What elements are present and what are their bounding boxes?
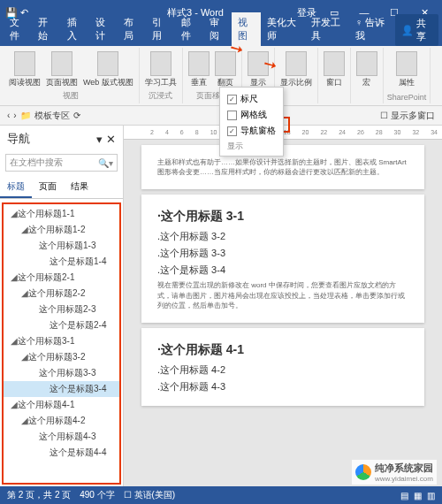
outline-item[interactable]: ◢这个用标题4-1 [4, 397, 119, 413]
nav-tab[interactable]: 页面 [32, 177, 64, 198]
nav-title: 导航 [7, 131, 30, 147]
ribbon-button[interactable]: 显示 [246, 50, 271, 90]
outline-item[interactable]: ◢这个用标题2-1 [4, 270, 119, 286]
search-icon: 🔍▾ [98, 158, 113, 168]
outline-item[interactable]: 这个是标题1-4 [4, 254, 119, 270]
outline-item[interactable]: 这个用标题4-3 [4, 429, 119, 445]
status-page[interactable]: 第 2 页，共 2 页 [7, 489, 71, 501]
page-2-top: ·这个用标题 3-1 .这个用标题 3-2 .这个用标题 3-3 .这个是标题 … [141, 195, 424, 323]
view-read-icon[interactable]: ▤ [400, 491, 408, 500]
popup-group-label: 显示 [227, 141, 276, 152]
ribbon-group: 阅读视图页面视图Web 版式视图视图 [4, 48, 140, 103]
watermark-url: www.yidaimei.com [375, 475, 433, 483]
menu-tab-2[interactable]: 插入 [61, 12, 89, 46]
ribbon-button[interactable]: 页面视图 [44, 50, 80, 90]
page-2-bottom: ·这个用标题 4-1 .这个用标题 4-2 .这个用标题 4-3 [141, 328, 424, 406]
menu-tab-8[interactable]: 视图 [232, 12, 260, 46]
ribbon-group: 窗口 [318, 48, 351, 103]
ribbon-button[interactable]: 学习工具 [143, 50, 179, 90]
folder-icon[interactable]: 📁 [20, 111, 31, 120]
nav-search-input[interactable]: 在文档中搜索 🔍▾ [5, 154, 118, 172]
status-words[interactable]: 490 个字 [80, 489, 114, 501]
show-option-网格线[interactable]: 网格线 [227, 107, 276, 123]
menu-tab-10[interactable]: 开发工具 [305, 12, 350, 46]
body-text[interactable]: 主题和样式也有助于……如果你设计并选择新的主题时，图片、图表或 SmartArt… [157, 157, 408, 177]
view-print-icon[interactable]: ▦ [414, 491, 422, 500]
show-options-popup: ✓标尺网格线✓导航窗格 显示 [219, 87, 284, 157]
nav-dropdown-icon[interactable]: ▾ ✕ [96, 133, 116, 146]
forward-icon[interactable]: › [13, 111, 16, 120]
tell-me[interactable]: ♀ 告诉我 [350, 12, 395, 46]
outline-item[interactable]: ◢这个用标题3-2 [4, 349, 119, 365]
navigation-pane: 导航 ▾ ✕ 在文档中搜索 🔍▾ 标题页面结果 ◢这个用标题1-1◢这个用标题1… [0, 126, 124, 486]
show-option-导航窗格[interactable]: ✓导航窗格 [227, 123, 276, 139]
body-text[interactable]: 视在需要位置出现的新修改在 word 中保存时间，您要查看图片应放文档的方式，请… [157, 280, 408, 310]
status-lang[interactable]: ☐ 英语(美国) [124, 489, 175, 501]
outline-item[interactable]: 这个是标题3-4 [4, 381, 119, 397]
ribbon-group-label: SharePoint [387, 93, 427, 102]
content-area: 导航 ▾ ✕ 在文档中搜索 🔍▾ 标题页面结果 ◢这个用标题1-1◢这个用标题1… [0, 126, 442, 486]
heading-2[interactable]: .这个用标题 4-2 [157, 363, 408, 377]
ribbon-button[interactable]: 属性 [394, 50, 419, 90]
show-multi-window[interactable]: ☐ 显示多窗口 [380, 110, 435, 122]
outline-item[interactable]: 这个用标题3-3 [4, 365, 119, 381]
template-area[interactable]: 模板专区 [34, 110, 70, 122]
ribbon-button[interactable]: 翻页 [213, 50, 238, 90]
nav-tab[interactable]: 结果 [64, 177, 95, 198]
ribbon-group: 属性SharePoint [384, 48, 431, 103]
ribbon-group-label: 沉浸式 [149, 90, 172, 102]
menu-tab-0[interactable]: 文件 [4, 12, 32, 46]
menu-tab-4[interactable]: 布局 [118, 12, 146, 46]
outline-item[interactable]: ◢这个用标题3-1 [4, 333, 119, 349]
back-icon[interactable]: ‹ [7, 111, 10, 120]
outline-item[interactable]: ◢这个用标题1-1 [4, 206, 119, 222]
outline-item[interactable]: ◢这个用标题1-2 [4, 222, 119, 238]
ribbon-button[interactable]: 宏 [354, 50, 379, 90]
outline-item[interactable]: 这个是标题2-4 [4, 317, 119, 333]
ribbon-group: 学习工具沉浸式 [140, 48, 183, 103]
share-icon: 👤 [401, 25, 414, 36]
menu-tab-9[interactable]: 美化大师 [261, 12, 306, 46]
status-bar: 第 2 页，共 2 页 490 个字 ☐ 英语(美国) ▤ ▦ ▥ [0, 486, 442, 504]
refresh-icon[interactable]: ⟳ [73, 111, 80, 120]
nav-tab[interactable]: 标题 [0, 177, 32, 198]
menu-tab-1[interactable]: 开始 [32, 12, 60, 46]
ribbon-button[interactable]: Web 版式视图 [81, 50, 135, 90]
outline-item[interactable]: ◢这个用标题4-2 [4, 413, 119, 429]
outline-item[interactable]: ◢这个用标题2-2 [4, 286, 119, 302]
show-option-标尺[interactable]: ✓标尺 [227, 91, 276, 107]
ribbon-button[interactable]: 阅读视图 [7, 50, 42, 90]
menu-bar: 文件开始插入设计布局引用邮件审阅视图美化大师开发工具 ♀ 告诉我 👤 共享 [0, 25, 442, 46]
ribbon-button[interactable]: 窗口 [322, 50, 347, 90]
document-area[interactable]: 2468101214161820222426283032343638404244… [124, 126, 442, 486]
heading-1[interactable]: ·这个用标题 3-1 [157, 209, 408, 225]
menu-tab-5[interactable]: 引用 [146, 12, 174, 46]
outline-item[interactable]: 这个用标题1-3 [4, 238, 119, 254]
heading-2[interactable]: .这个用标题 3-3 [157, 247, 408, 260]
menu-tab-7[interactable]: 审阅 [203, 12, 232, 46]
watermark-text: 纯净系统家园 [375, 462, 433, 475]
heading-2[interactable]: .这个用标题 3-2 [157, 230, 408, 243]
heading-2[interactable]: .这个用标题 4-3 [157, 380, 408, 393]
ribbon-group-label: 视图 [63, 90, 79, 102]
watermark-logo-icon [355, 464, 371, 480]
share-button[interactable]: 👤 共享 [395, 14, 438, 46]
watermark: 纯净系统家园 www.yidaimei.com [352, 460, 437, 485]
outline-item[interactable]: 这个用标题2-3 [4, 302, 119, 317]
outline-list: ◢这个用标题1-1◢这个用标题1-2这个用标题1-3这个是标题1-4◢这个用标题… [2, 202, 121, 485]
heading-2[interactable]: .这个是标题 3-4 [157, 263, 408, 277]
heading-1[interactable]: ·这个用标题 4-1 [157, 342, 408, 358]
ribbon-button[interactable]: 显示比例 [278, 50, 314, 90]
view-web-icon[interactable]: ▥ [427, 491, 435, 500]
ribbon-button[interactable]: 垂直 [187, 50, 211, 90]
ribbon-group: 宏 [351, 48, 384, 103]
outline-item[interactable]: 这个是标题4-4 [4, 445, 119, 461]
menu-tab-6[interactable]: 邮件 [175, 12, 203, 46]
nav-tabs: 标题页面结果 [0, 177, 123, 199]
menu-tab-3[interactable]: 设计 [89, 12, 118, 46]
